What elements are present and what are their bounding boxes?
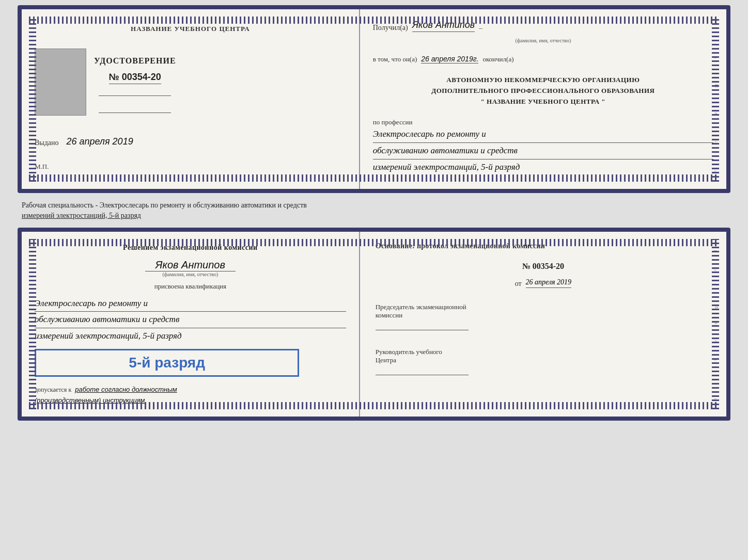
- person-name: Яков Антипов: [145, 259, 236, 271]
- chairman-label: Председатель экзаменационной: [376, 303, 711, 311]
- bottom-doc-left: Решением экзаменационной комиссии Яков А…: [22, 232, 360, 417]
- chairman-label2: комиссии: [376, 311, 711, 319]
- issued-date: 26 апреля 2019: [67, 136, 133, 147]
- top-doc-left: НАЗВАНИЕ УЧЕБНОГО ЦЕНТРА УДОСТОВЕРЕНИЕ №…: [22, 9, 360, 189]
- top-document: НАЗВАНИЕ УЧЕБНОГО ЦЕНТРА УДОСТОВЕРЕНИЕ №…: [18, 5, 730, 193]
- from-label: от: [515, 280, 522, 288]
- fio-label-bottom: (фамилия, имя, отчество): [35, 271, 346, 277]
- specialty-text-line2: измерений электростанций, 5-й разряд: [22, 212, 141, 219]
- rank-badge-container: 5-й разряд: [35, 349, 299, 377]
- org-line1: АВТОНОМНУЮ НЕКОММЕРЧЕСКУЮ ОРГАНИЗАЦИЮ: [373, 75, 713, 86]
- person-name-block: Яков Антипов (фамилия, имя, отчество): [35, 259, 346, 277]
- fio-label-top: (фамилия, имя, отчество): [515, 38, 571, 43]
- qual-line2: обслуживанию автоматики и средств: [35, 312, 346, 328]
- director-block: Руководитель учебного Центра: [376, 348, 711, 375]
- specialty-text-line1: Рабочая специальность - Электрослесарь п…: [22, 201, 307, 209]
- cert-text: в том, что он(а): [373, 55, 417, 63]
- photo-placeholder: [35, 49, 86, 116]
- profession-label: по профессии: [373, 118, 713, 126]
- profession-block: по профессии Электрослесарь по ремонту и…: [373, 118, 713, 175]
- issued-label: Выдано: [35, 139, 59, 147]
- profession-line2: обслуживанию автоматики и средств: [373, 143, 713, 159]
- chairman-block: Председатель экзаменационной комиссии: [376, 303, 711, 330]
- profession-line1: Электрослесарь по ремонту и: [373, 126, 713, 143]
- qualification-label: присвоена квалификация: [35, 282, 346, 291]
- bottom-right-margin-decoration: – – – И а ← – – –: [714, 247, 719, 401]
- recipient-row: Получил(а) Яков Антипов –: [373, 20, 713, 32]
- right-margin-decoration: – – И а ← –: [714, 25, 719, 173]
- mp-label: М.П.: [35, 163, 49, 173]
- qualification-block: Электрослесарь по ремонту и обслуживанию…: [35, 296, 346, 344]
- qual-line1: Электрослесарь по ремонту и: [35, 296, 346, 312]
- allowed-label: допускается к: [35, 386, 71, 393]
- institution-label-top: НАЗВАНИЕ УЧЕБНОГО ЦЕНТРА: [131, 25, 250, 33]
- allowed-text2: (производственным) инструкциям: [35, 396, 145, 404]
- date-row: в том, что он(а) 26 апреля 2019г. окончи…: [373, 55, 713, 63]
- org-line2: ДОПОЛНИТЕЛЬНОГО ПРОФЕССИОНАЛЬНОГО ОБРАЗО…: [373, 86, 713, 97]
- cert-title: УДОСТОВЕРЕНИЕ: [94, 56, 176, 66]
- profession-line3: измерений электростанций, 5-й разряд: [373, 159, 713, 175]
- finished-label: окончил(а): [482, 55, 513, 63]
- cert-date: 26 апреля 2019г.: [421, 55, 478, 63]
- director-label2: Центра: [376, 356, 711, 364]
- director-label: Руководитель учебного: [376, 348, 711, 356]
- org-block: АВТОНОМНУЮ НЕКОММЕРЧЕСКУЮ ОРГАНИЗАЦИЮ ДО…: [373, 75, 713, 107]
- specialty-text: Рабочая специальность - Электрослесарь п…: [18, 198, 730, 222]
- commission-title: Решением экзаменационной комиссии: [35, 242, 346, 253]
- allowed-block: допускается к работе согласно должностны…: [35, 385, 346, 406]
- recipient-name: Яков Антипов: [412, 20, 475, 32]
- commission-title-text: Решением экзаменационной комиссии: [123, 244, 257, 251]
- from-row: от 26 апреля 2019: [376, 278, 711, 288]
- org-quote: " НАЗВАНИЕ УЧЕБНОГО ЦЕНТРА ": [373, 97, 713, 107]
- bottom-document: Решением экзаменационной комиссии Яков А…: [18, 228, 730, 421]
- cert-number: № 00354-20: [109, 72, 161, 84]
- rank-badge-text: 5-й разряд: [129, 355, 205, 371]
- received-label: Получил(а): [373, 24, 408, 32]
- allowed-text: работе согласно должностным: [75, 386, 177, 393]
- bottom-doc-right: Основание: протокол экзаменационной коми…: [360, 232, 726, 417]
- top-doc-right: Получил(а) Яков Антипов – (фамилия, имя,…: [360, 9, 726, 189]
- basis-label: Основание: протокол экзаменационной коми…: [376, 242, 711, 250]
- from-date: 26 апреля 2019: [526, 278, 571, 288]
- qual-line3: измерений электростанций, 5-й разряд: [35, 328, 346, 344]
- basis-number: № 00354-20: [376, 262, 711, 271]
